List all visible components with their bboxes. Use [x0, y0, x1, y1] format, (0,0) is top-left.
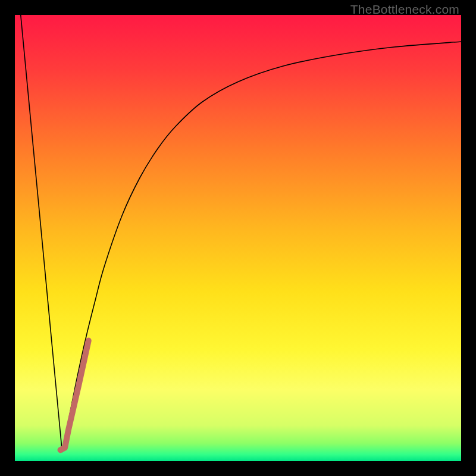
series-layer — [15, 15, 461, 461]
plot-area — [15, 15, 461, 461]
series-left-descent — [21, 15, 62, 452]
series-highlight — [61, 341, 89, 450]
series-right-ascent — [62, 42, 462, 452]
chart-frame: TheBottleneck.com — [0, 0, 476, 476]
